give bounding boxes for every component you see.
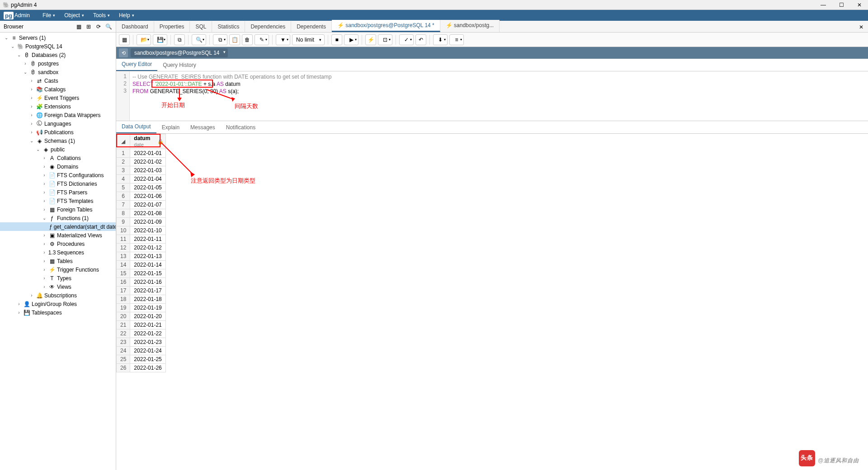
cell-datum[interactable]: 2022-01-08 [130, 209, 165, 218]
tree-toggle-icon[interactable]: › [42, 155, 47, 160]
tree-toggle-icon[interactable]: › [16, 310, 22, 315]
cell-datum[interactable]: 2022-01-25 [130, 355, 165, 364]
tree-node[interactable]: ›📄FTS Configurations [0, 171, 116, 179]
tree-toggle-icon[interactable]: › [23, 61, 28, 66]
tree-node[interactable]: ›📄FTS Templates [0, 197, 116, 205]
table-row[interactable]: 172022-01-17 [117, 287, 166, 295]
table-icon[interactable]: ⊞ [85, 23, 92, 30]
tab-dashboard[interactable]: Dashboard [116, 21, 154, 32]
cell-datum[interactable]: 2022-01-16 [130, 278, 165, 287]
tree-node[interactable]: ⌄ƒFunctions (1) [0, 214, 116, 222]
limit-select[interactable]: No limit [292, 34, 325, 45]
tree-toggle-icon[interactable]: ⌄ [29, 138, 34, 143]
tree-toggle-icon[interactable]: › [42, 250, 47, 255]
tree-toggle-icon[interactable]: ⌄ [4, 35, 9, 40]
tree-node[interactable]: ›👤Login/Group Roles [0, 300, 116, 308]
table-row[interactable]: 222022-01-22 [117, 329, 166, 338]
tree-toggle-icon[interactable]: › [42, 164, 47, 169]
cell-datum[interactable]: 2022-01-22 [130, 329, 165, 338]
paste-button[interactable]: 📋 [229, 34, 240, 45]
connection-status-icon[interactable]: ⟲ [119, 48, 128, 57]
tree-toggle-icon[interactable]: ⌄ [42, 216, 47, 221]
tab-data-output[interactable]: Data Output [116, 121, 156, 133]
cell-datum[interactable]: 2022-01-03 [130, 166, 165, 175]
tab-statistics[interactable]: Statistics [212, 21, 245, 32]
table-row[interactable]: 102022-01-10 [117, 226, 166, 235]
tree-node[interactable]: ›📄FTS Dictionaries [0, 179, 116, 188]
stop-button[interactable]: ■ [331, 34, 342, 45]
tree-toggle-icon[interactable]: ⌄ [23, 70, 28, 75]
tree-toggle-icon[interactable]: › [42, 181, 47, 186]
cell-datum[interactable]: 2022-01-13 [130, 252, 165, 261]
tree-node[interactable]: ›⚙Procedures [0, 240, 116, 248]
tree-toggle-icon[interactable]: › [29, 113, 34, 118]
tree-node[interactable]: ›ⓁLanguages [0, 119, 116, 128]
commit-button[interactable]: ✓ [399, 34, 414, 45]
tab-query-tool[interactable]: ⚡ sandbox/postg... [440, 20, 500, 32]
copy-button[interactable]: ⧉ [174, 34, 185, 45]
tree-node[interactable]: ›🔔Subscriptions [0, 291, 116, 300]
open-button[interactable]: 📂 [137, 34, 151, 45]
find-button[interactable]: 🔍 [192, 34, 206, 45]
cell-datum[interactable]: 2022-01-26 [130, 364, 165, 372]
table-row[interactable]: 12022-01-01 [117, 149, 166, 158]
tree-toggle-icon[interactable]: › [29, 121, 34, 126]
tree-node[interactable]: ›📄FTS Parsers [0, 188, 116, 197]
tree-node[interactable]: ⌄🛢sandbox [0, 68, 116, 76]
tree-node[interactable]: ⌄🐘PostgreSQL 14 [0, 42, 116, 51]
table-row[interactable]: 142022-01-14 [117, 261, 166, 269]
execute-button[interactable]: ▶ [344, 34, 359, 45]
tree-node[interactable]: ⌄◈public [0, 145, 116, 154]
table-row[interactable]: 212022-01-21 [117, 321, 166, 329]
tree-node[interactable]: ⌄≡Servers (1) [0, 33, 116, 42]
table-row[interactable]: 162022-01-16 [117, 278, 166, 287]
tab-close-icon[interactable]: ✕ [854, 22, 868, 32]
download-button[interactable]: ⬇ [433, 34, 448, 45]
tree-node[interactable]: ›ACollations [0, 154, 116, 162]
tab-messages[interactable]: Messages [185, 122, 221, 133]
tree-node[interactable]: ›▣Materialized Views [0, 231, 116, 240]
tree-node[interactable]: ›1.3Sequences [0, 248, 116, 257]
minimize-button[interactable]: — [817, 2, 829, 8]
table-row[interactable]: 182022-01-18 [117, 295, 166, 304]
tree-node[interactable]: ⌄🛢Databases (2) [0, 51, 116, 59]
cell-datum[interactable]: 2022-01-24 [130, 347, 165, 355]
table-row[interactable]: 132022-01-13 [117, 252, 166, 261]
tree-node[interactable]: ›📚Catalogs [0, 85, 116, 94]
cell-datum[interactable]: 2022-01-14 [130, 261, 165, 269]
cell-datum[interactable]: 2022-01-02 [130, 158, 165, 166]
table-row[interactable]: 72022-01-07 [117, 201, 166, 209]
cell-datum[interactable]: 2022-01-15 [130, 269, 165, 278]
tree-toggle-icon[interactable]: › [29, 130, 34, 135]
new-query-button[interactable]: ▦ [119, 34, 130, 45]
search-icon[interactable]: 🔍 [105, 23, 112, 30]
table-row[interactable]: 262022-01-26 [117, 364, 166, 372]
tree-node[interactable]: ›🛢postgres [0, 59, 116, 68]
cell-datum[interactable]: 2022-01-05 [130, 183, 165, 192]
cell-datum[interactable]: 2022-01-10 [130, 226, 165, 235]
cell-datum[interactable]: 2022-01-23 [130, 338, 165, 347]
delete-button[interactable]: 🗑 [242, 34, 253, 45]
cell-datum[interactable]: 2022-01-12 [130, 244, 165, 252]
results-grid[interactable]: ◢ datum date 🔒 12022-01-0122022-01-02320… [116, 134, 166, 372]
tab-query-history[interactable]: Query History [157, 59, 201, 71]
menu-help[interactable]: Help ▾ [114, 10, 139, 20]
tree-toggle-icon[interactable]: › [42, 173, 47, 178]
cell-datum[interactable]: 2022-01-11 [130, 235, 165, 244]
cell-datum[interactable]: 2022-01-21 [130, 321, 165, 329]
table-row[interactable]: 252022-01-25 [117, 355, 166, 364]
tree-toggle-icon[interactable]: › [29, 78, 34, 83]
tab-dependencies[interactable]: Dependencies [245, 21, 291, 32]
tab-notifications[interactable]: Notifications [221, 122, 261, 133]
tree-toggle-icon[interactable]: › [42, 233, 47, 238]
tree-toggle-icon[interactable]: › [42, 276, 47, 281]
tree-node[interactable]: ⌄◈Schemas (1) [0, 136, 116, 145]
table-row[interactable]: 152022-01-15 [117, 269, 166, 278]
tab-query-tool[interactable]: ⚡ sandbox/postgres@PostgreSQL 14 * [332, 20, 440, 32]
cell-datum[interactable]: 2022-01-01 [130, 149, 165, 158]
tree-toggle-icon[interactable]: › [16, 301, 22, 306]
tree-toggle-icon[interactable]: › [29, 95, 34, 100]
menu-object[interactable]: Object ▾ [60, 10, 89, 20]
edit-button[interactable]: ✎ [255, 34, 269, 45]
cell-datum[interactable]: 2022-01-18 [130, 295, 165, 304]
